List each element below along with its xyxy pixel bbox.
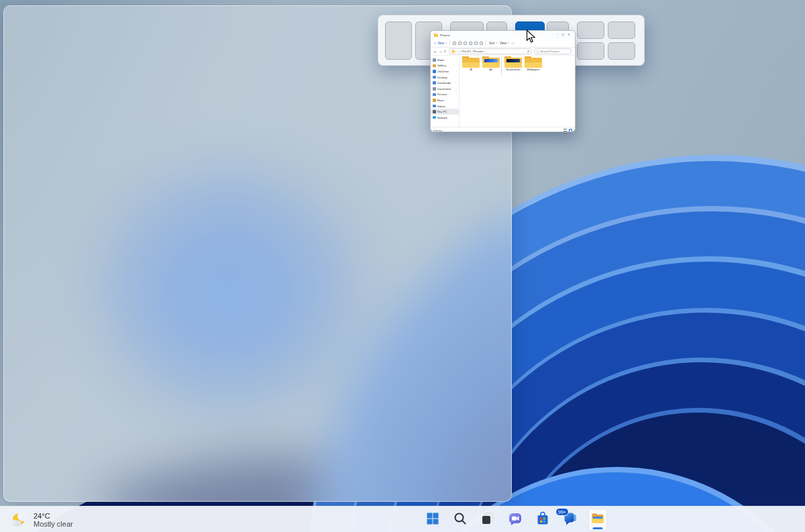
music-icon <box>433 99 436 102</box>
back-button[interactable]: ← <box>434 50 437 54</box>
search-input[interactable]: ○ Search Pictures <box>534 48 572 54</box>
explorer-file-area[interactable]: 4KArtScreenshotsWallpapers <box>460 56 575 127</box>
sidebar-item-label: Music <box>437 99 458 102</box>
weather-temp: 24°C <box>34 512 73 520</box>
file-explorer-icon <box>590 511 606 529</box>
sidebar-item-label: OneDrive <box>437 70 455 73</box>
explorer-command-bar: + New ∨ Sort ∨ View ∨ ⋯ <box>431 39 575 48</box>
mostly-clear-icon <box>11 511 28 529</box>
folder-icon <box>482 56 500 68</box>
item-count: 4 items <box>433 129 442 132</box>
explorer-sidebar: HomeGalleryOneDrive›Desktop›Downloads›Do… <box>431 56 460 127</box>
chevron-right-icon[interactable]: › <box>456 82 457 85</box>
chevron-right-icon[interactable]: › <box>456 76 457 78</box>
breadcrumb[interactable]: ⋯ › This PC › Pictures › <box>457 50 526 53</box>
folder-icon <box>525 56 542 68</box>
sidebar-item-home[interactable]: Home <box>431 57 459 63</box>
sidebar-item-gallery[interactable]: Gallery <box>431 63 459 69</box>
sidebar-item-network[interactable]: Network <box>431 115 459 121</box>
plus-icon: + <box>434 42 437 45</box>
start-button[interactable] <box>424 509 441 530</box>
rename-icon[interactable] <box>469 42 472 45</box>
folder-tile-wallpapers[interactable]: Wallpapers <box>524 56 543 71</box>
close-button[interactable]: × <box>568 33 570 37</box>
forward-button[interactable]: → <box>439 50 441 54</box>
snap-zone-grid-quarters-3[interactable] <box>577 42 604 60</box>
new-button[interactable]: + New ∨ <box>434 42 447 45</box>
sort-button[interactable]: Sort ∨ <box>489 42 497 45</box>
up-button[interactable]: ↑ <box>443 50 446 54</box>
details-view-icon[interactable] <box>564 129 567 131</box>
chevron-down-icon: ∨ <box>445 42 447 44</box>
chat-button[interactable] <box>506 509 524 530</box>
thumbnail-view-icon[interactable] <box>569 129 572 132</box>
chevron-right-icon[interactable]: › <box>456 111 457 113</box>
folder-icon <box>451 50 455 53</box>
videos-icon <box>433 105 436 108</box>
sidebar-item-downloads[interactable]: Downloads› <box>431 80 459 86</box>
more-button[interactable]: ⋯ <box>511 42 515 45</box>
chevron-right-icon[interactable]: › <box>456 87 457 90</box>
search-icon <box>452 511 468 529</box>
minimize-button[interactable]: – <box>557 33 558 37</box>
folder-icon <box>434 34 438 37</box>
copy-icon[interactable] <box>458 42 462 45</box>
sidebar-item-desktop[interactable]: Desktop› <box>431 74 459 81</box>
sidebar-item-videos[interactable]: Videos <box>431 103 459 109</box>
chevron-right-icon[interactable]: › <box>456 70 457 72</box>
sidebar-item-music[interactable]: Music <box>431 97 459 103</box>
snap-layout-grid-quarters <box>577 21 635 60</box>
sidebar-item-onedrive[interactable]: OneDrive› <box>431 68 459 74</box>
folder-tile-screenshots[interactable]: Screenshots <box>504 56 523 71</box>
file-explorer-button[interactable] <box>589 509 606 530</box>
sidebar-item-label: Home <box>437 58 458 62</box>
documents-icon <box>433 87 436 91</box>
network-icon <box>433 116 436 119</box>
folder-icon <box>462 56 480 68</box>
sidebar-item-documents[interactable]: Documents› <box>431 86 459 92</box>
address-input[interactable]: ⋯ › This PC › Pictures › ↺ <box>449 48 532 54</box>
pictures-icon <box>433 93 436 97</box>
chat-icon <box>507 511 523 529</box>
paste-icon[interactable] <box>464 42 467 45</box>
sidebar-item-label: This PC <box>437 110 455 113</box>
cut-icon[interactable] <box>453 42 456 45</box>
sidebar-item-pictures[interactable]: Pictures› <box>431 92 459 98</box>
desktop-icon <box>433 76 436 79</box>
teams-button[interactable]: 99+ <box>561 509 579 530</box>
folder-name: Art <box>482 68 500 71</box>
taskbar: 24°C Mostly clear 99+ <box>0 506 805 532</box>
view-button[interactable]: View ∨ <box>500 42 508 45</box>
delete-icon[interactable] <box>480 42 483 45</box>
snap-zone-grid-quarters-4[interactable] <box>608 42 635 60</box>
chevron-down-icon: ∨ <box>507 42 508 44</box>
sidebar-item-label: Desktop <box>437 76 455 79</box>
chevron-right-icon[interactable]: › <box>456 93 457 96</box>
snap-zone-grid-quarters-1[interactable] <box>577 21 604 39</box>
sidebar-item-this-pc[interactable]: This PC› <box>431 109 459 115</box>
onedrive-icon <box>433 70 436 73</box>
chevron-down-icon: ∨ <box>496 42 497 44</box>
store-button[interactable] <box>534 509 551 530</box>
refresh-icon[interactable]: ↺ <box>527 50 529 53</box>
folder-tile-4k[interactable]: 4K <box>462 56 480 71</box>
folder-tile-art[interactable]: Art <box>482 56 500 71</box>
task-view-icon <box>480 511 496 529</box>
snap-zone-grid-quarters-2[interactable] <box>608 21 635 39</box>
sidebar-item-label: Videos <box>437 105 458 108</box>
sidebar-item-label: Pictures <box>437 93 455 96</box>
snap-zone-two-columns-equal-1[interactable] <box>385 21 412 60</box>
folder-icon <box>504 56 522 68</box>
explorer-title-bar[interactable]: Pictures – □ × <box>431 31 575 39</box>
share-icon[interactable] <box>474 42 478 45</box>
sidebar-item-label: Documents <box>437 87 455 91</box>
folder-name: Screenshots <box>504 68 523 71</box>
sidebar-item-label: Downloads <box>437 81 455 85</box>
search-button[interactable] <box>451 509 469 530</box>
search-icon: ○ <box>537 50 539 53</box>
window-title: Pictures <box>440 34 557 37</box>
task-view-button[interactable] <box>479 509 496 530</box>
maximize-button[interactable]: □ <box>561 33 564 37</box>
weather-widget[interactable]: 24°C Mostly clear <box>7 509 77 531</box>
file-explorer-window[interactable]: Pictures – □ × + New ∨ Sort ∨ View ∨ <box>430 30 576 132</box>
